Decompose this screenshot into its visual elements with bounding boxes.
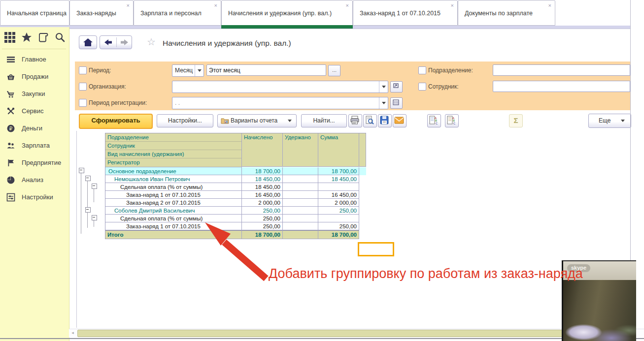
report-row-value[interactable] bbox=[283, 183, 318, 191]
print-button[interactable] bbox=[348, 114, 362, 127]
report-row-value[interactable]: 16 450,00 bbox=[242, 191, 283, 199]
period-more-button[interactable]: ... bbox=[328, 65, 340, 76]
apps-grid-icon[interactable] bbox=[4, 31, 17, 44]
report-row-6[interactable]: Сдельная оплата (% от суммы)250,00 bbox=[105, 215, 366, 222]
favorites-star-icon[interactable] bbox=[21, 31, 34, 44]
report-row-value[interactable] bbox=[283, 222, 318, 230]
tab-close-icon[interactable]: × bbox=[548, 3, 551, 8]
period-checkbox[interactable] bbox=[79, 66, 87, 74]
tab-4[interactable]: Заказ-наряд 1 от 07.10.2015× bbox=[353, 0, 458, 26]
report-row-value[interactable] bbox=[283, 167, 318, 175]
sidebar-item-7[interactable]: Анализ bbox=[0, 175, 69, 189]
forward-button[interactable] bbox=[116, 36, 133, 49]
find-button[interactable]: Найти... bbox=[301, 114, 347, 127]
group-abc2-button[interactable]: ABC bbox=[445, 114, 459, 127]
report-column-header[interactable]: Удержано bbox=[283, 133, 318, 167]
report-row-7[interactable]: Заказ-наряд 1 от 07.10.2015250,00250,00 bbox=[105, 222, 366, 230]
report-row-label[interactable]: Заказ-наряд 1 от 07.10.2015 bbox=[105, 191, 242, 199]
report-row-value[interactable]: 250,00 bbox=[318, 222, 359, 230]
report-row-value[interactable] bbox=[318, 183, 359, 191]
report-row-value[interactable]: 18 450,00 bbox=[318, 175, 359, 183]
report-row-label[interactable]: Сдельная оплата (% от суммы) bbox=[105, 215, 242, 222]
report-grouping-label[interactable]: Вид начисления (удержания) bbox=[105, 150, 241, 158]
report-row-value[interactable] bbox=[318, 215, 359, 222]
tree-collapse-icon[interactable] bbox=[79, 168, 84, 173]
horizontal-scrollbar-thumb[interactable] bbox=[77, 330, 631, 337]
home-button[interactable] bbox=[79, 35, 97, 49]
registration-period-dropdown[interactable] bbox=[379, 97, 388, 109]
registration-period-checkbox[interactable] bbox=[79, 99, 87, 107]
tab-1[interactable]: Заказ-наряды× bbox=[69, 0, 134, 26]
report-column-header[interactable]: Сумма bbox=[318, 133, 359, 167]
department-input[interactable] bbox=[493, 64, 630, 76]
report-row-label[interactable]: Немошкалов Иван Петрович bbox=[105, 175, 242, 183]
report-row-label[interactable]: Основное подразделение bbox=[105, 167, 242, 175]
sidebar-item-2[interactable]: Закупки bbox=[0, 89, 69, 103]
sidebar-item-0[interactable]: Главное bbox=[0, 54, 69, 69]
report-total-row[interactable]: Итого18 700,0018 700,00 bbox=[105, 230, 366, 239]
report-row-4[interactable]: Заказ-наряд 2 от 07.10.20152 000,002 000… bbox=[105, 199, 366, 207]
report-row-value[interactable]: 250,00 bbox=[242, 215, 283, 222]
period-value-input[interactable] bbox=[206, 64, 326, 76]
tree-collapse-icon[interactable] bbox=[92, 184, 97, 189]
favorite-star-icon[interactable]: ☆ bbox=[147, 37, 156, 47]
report-row-value[interactable]: 18 450,00 bbox=[242, 183, 283, 191]
report-grouping-label[interactable]: Подразделение bbox=[105, 133, 241, 142]
organization-input[interactable] bbox=[172, 81, 388, 93]
tree-collapse-icon[interactable] bbox=[85, 207, 91, 213]
report-row-value[interactable] bbox=[283, 199, 318, 207]
report-row-1[interactable]: Немошкалов Иван Петрович18 450,0018 450,… bbox=[105, 175, 366, 183]
report-row-value[interactable]: 250,00 bbox=[242, 207, 283, 215]
report-row-label[interactable]: Заказ-наряд 1 от 07.10.2015 bbox=[105, 222, 242, 230]
tree-collapse-icon[interactable] bbox=[85, 176, 91, 181]
department-checkbox[interactable] bbox=[418, 66, 426, 74]
report-row-2[interactable]: Сдельная оплата (% от суммы)18 450,00 bbox=[105, 183, 366, 191]
tab-close-icon[interactable]: × bbox=[346, 3, 349, 8]
report-row-3[interactable]: Заказ-наряд 1 от 07.10.201516 450,0016 4… bbox=[105, 191, 366, 199]
report-column-header[interactable]: Начислено bbox=[242, 133, 283, 167]
report-variants-button[interactable]: Варианты отчета bbox=[217, 114, 297, 127]
report-grouping-label[interactable]: Сотрудник bbox=[105, 142, 241, 150]
report-row-value[interactable]: 18 700,00 bbox=[242, 167, 283, 175]
email-button[interactable] bbox=[393, 114, 407, 127]
tab-2[interactable]: Зарплата и персонал× bbox=[134, 0, 221, 26]
sidebar-item-5[interactable]: Зарплата bbox=[0, 140, 69, 155]
scrollbar-left-arrow[interactable]: ◂ bbox=[69, 330, 76, 336]
sidebar-item-6[interactable]: Предприятие bbox=[0, 157, 69, 172]
sidebar-item-1[interactable]: Продажи bbox=[0, 71, 69, 86]
report-grouping-label[interactable]: Регистратор bbox=[105, 158, 241, 167]
print-preview-button[interactable] bbox=[363, 114, 377, 127]
report-row-label[interactable]: Заказ-наряд 2 от 07.10.2015 bbox=[105, 199, 242, 207]
employee-checkbox[interactable] bbox=[418, 83, 426, 91]
report-row-value[interactable]: 16 450,00 bbox=[318, 191, 359, 199]
tab-close-icon[interactable]: × bbox=[127, 3, 130, 8]
sidebar-item-4[interactable]: ₽Деньги bbox=[0, 123, 69, 138]
report-row-value[interactable]: 250,00 bbox=[318, 207, 359, 215]
organization-dropdown[interactable] bbox=[379, 81, 388, 93]
report-row-value[interactable]: 2 000,00 bbox=[242, 199, 283, 207]
employee-input[interactable] bbox=[493, 81, 630, 92]
organization-open-button[interactable] bbox=[390, 81, 403, 93]
more-button[interactable]: Еще bbox=[588, 114, 631, 128]
report-row-0[interactable]: Основное подразделение18 700,0018 700,00 bbox=[105, 167, 366, 175]
tab-close-icon[interactable]: × bbox=[451, 3, 454, 8]
save-button[interactable] bbox=[378, 114, 392, 127]
report-row-value[interactable]: 18 700,00 bbox=[318, 167, 359, 175]
generate-button[interactable]: Сформировать bbox=[79, 114, 153, 129]
sidebar-item-3[interactable]: Сервис bbox=[0, 106, 69, 121]
report-row-value[interactable] bbox=[283, 191, 318, 199]
search-icon[interactable] bbox=[54, 31, 67, 44]
group-abc-button[interactable]: ABC bbox=[427, 114, 441, 127]
tab-5[interactable]: Документы по зарплате× bbox=[458, 0, 555, 26]
tree-collapse-icon[interactable] bbox=[92, 215, 97, 220]
back-button[interactable] bbox=[100, 36, 116, 49]
history-scroll-icon[interactable] bbox=[37, 31, 50, 44]
tab-0[interactable]: Начальная страница bbox=[0, 0, 69, 26]
report-row-value[interactable] bbox=[283, 207, 318, 215]
settings-button[interactable]: Настройки... bbox=[157, 114, 213, 127]
report-row-value[interactable]: 2 000,00 bbox=[318, 199, 359, 207]
tab-close-icon[interactable]: × bbox=[214, 3, 217, 8]
report-row-value[interactable] bbox=[283, 215, 318, 222]
report-row-value[interactable]: 250,00 bbox=[242, 222, 283, 230]
organization-checkbox[interactable] bbox=[79, 83, 87, 91]
